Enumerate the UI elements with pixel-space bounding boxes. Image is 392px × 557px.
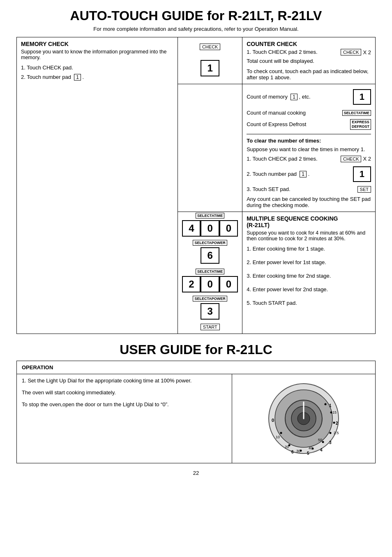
memory-check-step1: 1. Touch CHECK pad. (21, 64, 73, 71)
memory-check-mid: CHECK 1 (178, 37, 242, 84)
selectapower-1: SELECTAPOWER (193, 240, 227, 246)
operation-content: 1. Set the Light Up Dial for the appropr… (17, 374, 232, 463)
big-pad-1-memory: 1 (201, 60, 219, 76)
multiple-seq-title: MULTIPLE SEQUENCE COOKING (R-21LT) (247, 215, 371, 228)
svg-point-25 (333, 421, 335, 424)
multiple-step3: 3. Enter cooking time for 2nd stage. (247, 273, 371, 279)
svg-text:1: 1 (329, 403, 332, 408)
pad-2: 2 (182, 276, 201, 292)
op-step2: The oven will start cooking immediately. (22, 389, 227, 396)
clear-step1-text: 1. Touch CHECK pad 2 times. (247, 156, 337, 162)
dial-container: 0 10 20 30 40 50 1 15 (237, 377, 370, 460)
svg-text:4: 4 (320, 448, 323, 452)
clear-check-x2: CHECK X 2 (341, 156, 371, 162)
count-memory-num: 1 (291, 94, 297, 100)
svg-text:2.5: 2.5 (334, 431, 339, 435)
pad-0b: 0 (219, 220, 238, 237)
multiple-step4: 4. Enter power level for 2nd stage. (247, 286, 371, 292)
set-pad[interactable]: SET (357, 186, 371, 193)
memory-check-pad1-inline: 1 (74, 74, 81, 81)
express-defrost-pad[interactable]: EXPRESSDEFROST (350, 119, 371, 130)
counter-check-cell: COUNTER CHECK 1. Touch CHECK pad 2 times… (242, 37, 376, 84)
pad-0d: 0 (219, 276, 238, 292)
total-count-text: Total count will be displayed. (247, 58, 371, 64)
memory-check-cell: MEMORY CHECK Suppose you want to know th… (17, 37, 178, 334)
svg-text:6: 6 (291, 450, 294, 454)
op-step1: 1. Set the Light Up Dial for the appropr… (22, 377, 227, 384)
clear-x2-label: X 2 (363, 156, 371, 162)
count-manual-text: Count of manual cooking (247, 110, 306, 116)
to-check-text: To check count, touch each pad as indica… (247, 68, 371, 81)
pad-4: 4 (182, 220, 201, 237)
clear-check-pad[interactable]: CHECK (341, 156, 362, 162)
operation-header: OPERATION (17, 361, 376, 374)
check-pad-counter[interactable]: CHECK (341, 49, 362, 55)
multiple-step1: 1. Enter cooking time for 1 stage. (247, 246, 371, 252)
counter-counts-cell: Count of memory 1 , etc. 1 Count of manu… (242, 84, 376, 212)
multiple-seq-steps-cell: MULTIPLE SEQUENCE COOKING (R-21LT) Suppo… (242, 212, 376, 334)
svg-point-19 (280, 432, 282, 434)
clear-step3-text: 3. Touch SET pad. (247, 186, 290, 192)
guide-table: MEMORY CHECK Suppose you want to know th… (16, 37, 376, 334)
check-pad-memory[interactable]: CHECK (200, 44, 221, 50)
subtitle: For more complete information and safety… (16, 26, 376, 32)
op-step3: To stop the oven,open the door or turn t… (22, 401, 227, 407)
pad-3: 3 (201, 303, 219, 320)
counter-check-x2-group: CHECK X 2 (341, 49, 371, 55)
svg-text:15: 15 (332, 410, 337, 414)
start-pad[interactable]: START (201, 324, 220, 330)
dial-cell: 0 10 20 30 40 50 1 15 (232, 374, 375, 463)
user-guide-title: USER GUIDE for R-21LC (16, 342, 376, 357)
any-count-text: Any count can be canceled by touching th… (247, 196, 371, 208)
svg-text:50: 50 (318, 438, 322, 442)
user-guide-table: OPERATION 1. Set the Light Up Dial for t… (16, 361, 376, 463)
selectatime-count: SELECTATIME (342, 110, 371, 116)
svg-text:0: 0 (272, 418, 274, 423)
multiple-seq-desc: Suppose you want to cook for 4 minutes a… (247, 230, 371, 242)
svg-text:5: 5 (307, 451, 309, 456)
dial-svg: 0 10 20 30 40 50 1 15 (267, 382, 341, 456)
svg-point-21 (300, 449, 302, 451)
multiple-step5: 5. Touch START pad. (247, 300, 371, 306)
svg-point-23 (322, 441, 324, 443)
pad-0c: 0 (201, 276, 219, 292)
svg-text:10: 10 (276, 435, 280, 439)
memory-check-desc: Suppose you want to know the information… (21, 49, 173, 60)
pad-6: 6 (201, 247, 219, 264)
count-memory-text: Count of memory 1 , etc. (247, 94, 310, 100)
multiple-seq-mid-top (178, 84, 242, 212)
counter-x2-label: X 2 (363, 49, 371, 55)
pad-0a: 0 (201, 220, 219, 237)
svg-text:3: 3 (329, 440, 332, 445)
main-title: AUTO-TOUCH GUIDE for R-21LT, R-21LV (16, 8, 376, 23)
svg-text:30: 30 (296, 449, 300, 453)
memory-check-step2-text: 2. Touch number pad (21, 74, 71, 80)
counter-step1: 1. Touch CHECK pad 2 times. (247, 49, 337, 55)
clear-title: To clear the number of times: (247, 138, 371, 144)
selectatime-2: SELECTATIME (196, 269, 224, 274)
svg-point-24 (329, 432, 331, 434)
multiple-step2: 2. Enter power level for 1st stage. (247, 259, 371, 265)
clear-step2-text: 2. Touch number pad 1 . (247, 171, 309, 177)
svg-point-26 (330, 411, 332, 413)
svg-text:20: 20 (285, 445, 289, 449)
svg-point-20 (288, 444, 290, 446)
counter-check-title: COUNTER CHECK (247, 41, 371, 47)
svg-point-27 (324, 403, 326, 405)
svg-text:2: 2 (336, 421, 338, 426)
count-memory-big: 1 (353, 89, 371, 105)
clear-desc: Suppose you want to clear the times in m… (247, 146, 371, 152)
selectatime-1: SELECTATIME (196, 213, 224, 219)
clear-step2-num: 1 (300, 171, 307, 177)
svg-point-22 (311, 447, 314, 449)
page-number: 22 (16, 470, 376, 476)
count-express-text: Count of Express Defrost (247, 121, 306, 127)
selectapower-2: SELECTAPOWER (193, 296, 227, 302)
multiple-seq-mid: SELECTATIME 4 0 0 SELECTAPOWER 6 SELECTA… (178, 212, 242, 334)
memory-check-title: MEMORY CHECK (21, 41, 173, 47)
clear-big-1: 1 (353, 166, 371, 182)
